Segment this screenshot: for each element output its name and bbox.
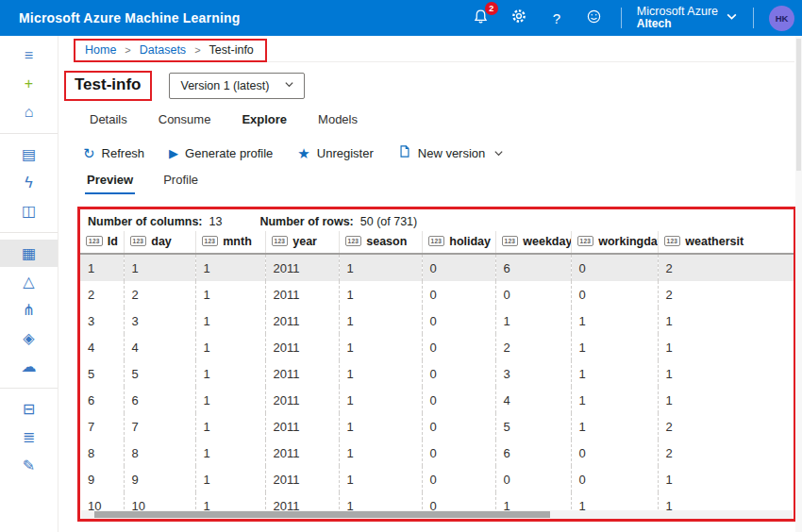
table-cell: 2011: [265, 466, 339, 492]
tab-explore[interactable]: Explore: [242, 112, 287, 128]
settings-button[interactable]: [508, 7, 530, 29]
home-icon: ⌂: [25, 105, 34, 120]
generate-profile-button[interactable]: ▶ Generate profile: [169, 146, 273, 160]
table-cell: 0: [571, 254, 658, 281]
table-cell: 2: [124, 281, 195, 308]
table-cell: 7: [124, 413, 195, 440]
subtab-preview[interactable]: Preview: [85, 173, 135, 194]
columns-count-value: 13: [209, 215, 223, 228]
help-button[interactable]: ?: [545, 7, 568, 29]
sidebar-item-home[interactable]: ⌂: [0, 98, 58, 125]
sidebar-item-compute[interactable]: ⊟: [0, 395, 58, 423]
column-header-weekday: 123weekday: [495, 231, 571, 254]
table-cell: 0: [571, 440, 658, 466]
new-version-button[interactable]: New version: [398, 144, 505, 161]
sidebar-item-data-labeling[interactable]: ✎: [0, 452, 58, 479]
table-annotation-box: Number of columns: 13 Number of rows: 50…: [77, 207, 796, 522]
numeric-type-icon: 123: [577, 236, 594, 246]
help-icon: ?: [553, 10, 560, 26]
vertical-scrollbar[interactable]: [795, 36, 802, 532]
horizontal-scrollbar[interactable]: [81, 510, 793, 519]
table-cell: 1: [339, 334, 422, 360]
numeric-type-icon: 123: [202, 236, 219, 246]
sidebar-item-models[interactable]: ◈: [0, 324, 58, 352]
column-header-weathersit: 123weathersit: [658, 231, 794, 254]
table-row: 221201110002: [80, 281, 794, 308]
column-header-label: weekday: [523, 235, 571, 248]
tab-consume[interactable]: Consume: [159, 112, 211, 128]
numeric-type-icon: 123: [86, 236, 103, 246]
numeric-type-icon: 123: [502, 236, 519, 246]
table-cell: 1: [339, 360, 422, 387]
table-cell: 1: [339, 281, 422, 308]
table-cell: 9: [124, 466, 195, 492]
table-cell: 1: [124, 254, 195, 281]
sidebar-item-pipelines[interactable]: ⋔: [0, 296, 58, 324]
sidebar-item-experiments[interactable]: △: [0, 268, 58, 295]
sidebar-item-automated-ml[interactable]: ϟ: [0, 169, 58, 196]
table-cell: 2011: [265, 308, 339, 334]
table-cell: 1: [339, 254, 422, 281]
preview-table-body: 1112011106022212011100023312011101114412…: [80, 254, 794, 519]
refresh-label: Refresh: [102, 146, 145, 160]
account-menu[interactable]: Microsoft Azure Altech: [637, 5, 738, 31]
table-cell: 1: [658, 387, 794, 413]
unregister-button[interactable]: ★ Unregister: [297, 146, 373, 160]
tab-details[interactable]: Details: [90, 112, 127, 128]
table-cell: 5: [124, 360, 195, 387]
breadcrumb-separator: >: [194, 44, 200, 56]
rows-count-value: 50 (of 731): [360, 215, 417, 228]
sidebar-item-add[interactable]: +: [0, 70, 58, 97]
table-cell: 1: [195, 466, 265, 492]
table-cell: 2011: [265, 413, 339, 440]
title-row: Test-info Version 1 (latest): [77, 71, 802, 101]
table-cell: 4: [495, 387, 571, 413]
table-cell: 5: [495, 413, 571, 440]
sidebar-item-notebooks[interactable]: ▤: [0, 141, 58, 168]
numeric-type-icon: 123: [345, 236, 362, 246]
subtab-profile[interactable]: Profile: [161, 173, 200, 194]
table-cell: 2011: [265, 387, 339, 413]
sidebar-item-datasets[interactable]: ▦: [0, 240, 58, 267]
table-cell: 2: [495, 334, 571, 360]
avatar[interactable]: HK: [769, 6, 794, 31]
numeric-type-icon: 123: [428, 236, 445, 246]
column-header-label: workingday: [598, 235, 658, 248]
column-header-label: holiday: [449, 235, 491, 248]
table-cell: 9: [80, 466, 124, 492]
table-cell: 0: [422, 360, 495, 387]
table-cell: 0: [422, 440, 495, 466]
table-row: 991201110001: [80, 466, 794, 492]
breadcrumb-link-datasets[interactable]: Datasets: [140, 43, 186, 57]
feedback-button[interactable]: [583, 7, 606, 29]
table-cell: 1: [571, 334, 658, 360]
table-cell: 0: [422, 466, 495, 492]
version-selector[interactable]: Version 1 (latest): [169, 73, 306, 99]
breadcrumb-annotation-box: Home > Datasets > Test-info: [74, 39, 267, 62]
table-cell: 4: [124, 334, 195, 360]
vertical-scrollbar-thumb[interactable]: [796, 39, 801, 171]
sidebar-item-datastores[interactable]: ≣: [0, 424, 58, 451]
menu-icon: ≡: [25, 48, 33, 63]
table-cell: 3: [124, 308, 195, 334]
refresh-button[interactable]: ↻ Refresh: [83, 146, 144, 160]
tab-models[interactable]: Models: [318, 112, 358, 128]
gear-icon: [510, 8, 527, 28]
dataset-stats: Number of columns: 13 Number of rows: 50…: [80, 209, 794, 231]
table-cell: 2: [658, 440, 794, 466]
sidebar-item-designer[interactable]: ◫: [0, 197, 58, 224]
sidebar-item-menu[interactable]: ≡: [0, 42, 58, 69]
breadcrumb-row: Home > Datasets > Test-info: [77, 39, 802, 65]
table-cell: 8: [124, 440, 195, 466]
column-header-label: year: [292, 235, 317, 248]
table-cell: 1: [195, 281, 265, 308]
breadcrumb-link-home[interactable]: Home: [85, 43, 116, 57]
column-header-label: season: [366, 235, 407, 248]
notifications-button[interactable]: 2: [470, 7, 493, 29]
column-header-label: mnth: [223, 235, 252, 248]
sidebar-item-endpoints[interactable]: ☁: [0, 353, 58, 380]
product-title: Microsoft Azure Machine Learning: [19, 10, 241, 25]
table-cell: 2: [658, 254, 794, 281]
table-cell: 0: [422, 254, 495, 281]
horizontal-scrollbar-thumb[interactable]: [94, 511, 550, 518]
